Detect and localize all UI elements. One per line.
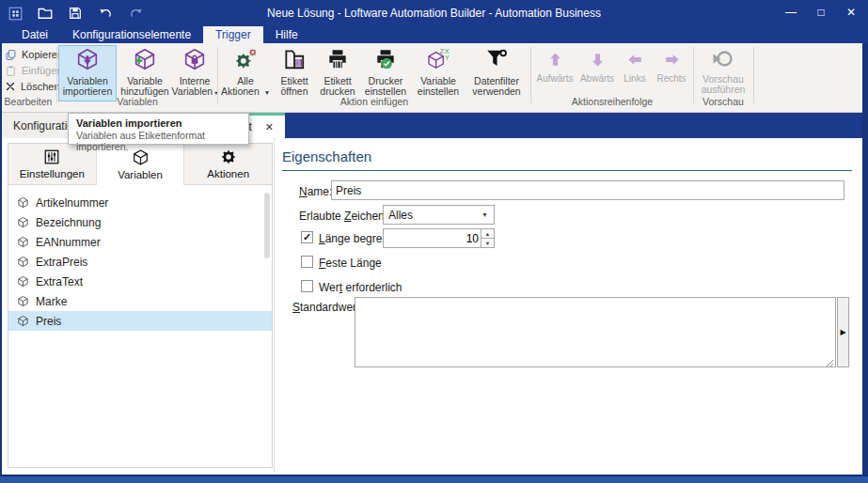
spin-down-icon[interactable]: ▼: [481, 239, 494, 247]
svg-text:Z: Z: [440, 48, 445, 55]
variablen-importieren-button[interactable]: Variablen importieren: [58, 45, 117, 101]
menu-datei[interactable]: Datei: [9, 26, 60, 43]
gears-icon: [233, 47, 259, 73]
variable-cube-icon: [17, 275, 29, 288]
rechts-button: Rechts: [653, 50, 690, 102]
open-folder-icon[interactable]: [36, 4, 55, 23]
list-scrollbar-thumb[interactable]: [264, 193, 270, 258]
kopieren-button[interactable]: Kopieren: [5, 47, 63, 62]
list-item[interactable]: Artikelnummer: [8, 193, 272, 212]
list-item[interactable]: Bezeichnung: [8, 212, 272, 232]
aufwaerts-button: Aufwärts: [534, 50, 576, 102]
laenge-input[interactable]: [384, 229, 481, 247]
abwaerts-button: Abwärts: [576, 50, 618, 102]
close-button[interactable]: ✕: [836, 0, 866, 24]
app-icon[interactable]: [6, 4, 24, 23]
etikett-oeffnen-button[interactable]: Etikett öffnen: [274, 46, 315, 99]
title-bar: Neue Lösung - Loftware Automation Builde…: [0, 0, 868, 26]
etikett-drucken-button[interactable]: Etikett drucken: [317, 46, 358, 99]
arrow-left-icon: [626, 51, 644, 70]
variable-import-icon: [75, 47, 100, 73]
svg-text:Y: Y: [445, 55, 450, 61]
list-item[interactable]: ExtraText: [8, 272, 272, 291]
variable-cube-icon: [17, 196, 29, 209]
group-label-variablen: Variablen: [58, 96, 216, 107]
sliders-icon: [43, 148, 60, 165]
expand-arrow-icon: ▶: [840, 328, 845, 336]
menu-hilfe[interactable]: Hilfe: [263, 26, 310, 43]
list-item[interactable]: EANnummer: [8, 232, 272, 252]
standardwert-textarea[interactable]: [355, 297, 836, 367]
spin-up-icon[interactable]: ▲: [481, 229, 494, 239]
variable-cube-icon: [17, 256, 29, 268]
maximize-button[interactable]: □: [806, 0, 836, 24]
app-window: Neue Lösung - Loftware Automation Builde…: [0, 0, 868, 483]
filter-funnel-icon: [484, 47, 509, 73]
variable-add-icon: [133, 47, 157, 73]
erlaubte-zeichen-label: Erlaubte Zeichen:: [299, 210, 387, 223]
printer-check-icon: [373, 47, 398, 73]
menu-trigger[interactable]: Trigger: [203, 26, 263, 43]
group-label-bearbeiten: Bearbeiten: [0, 96, 56, 107]
delete-x-icon: [5, 81, 16, 92]
status-bar: [0, 475, 868, 483]
list-item-selected[interactable]: Preis: [8, 311, 272, 331]
name-label: Name:: [299, 185, 332, 198]
datenfilter-button[interactable]: Datenfilter verwenden: [466, 46, 528, 99]
menu-konfigurationselemente[interactable]: Konfigurationselemente: [60, 26, 203, 43]
list-item[interactable]: Marke: [8, 291, 272, 311]
alle-aktionen-button[interactable]: Alle Aktionen ▼: [220, 46, 271, 99]
variable-cube-icon: [17, 236, 29, 248]
vorschau-ausfuehren-button: Vorschau ausführen: [697, 46, 750, 99]
undo-icon[interactable]: [96, 4, 115, 23]
variable-hinzufuegen-button[interactable]: Variable hinzufügen: [118, 46, 171, 99]
resize-grip-icon[interactable]: [826, 359, 834, 367]
standardwert-label: Standardwert:: [292, 301, 363, 314]
copy-icon: [5, 49, 17, 61]
erlaubte-zeichen-select[interactable]: Alles ▼: [383, 205, 495, 225]
standardwert-expand-button[interactable]: ▶: [837, 297, 849, 367]
window-border-left: [0, 43, 2, 483]
check-mark-icon: ✓: [303, 231, 311, 243]
combo-caret-icon: ▼: [481, 211, 488, 218]
einfuegen-button: Einfügen: [5, 63, 62, 78]
variable-cube-icon: [17, 295, 29, 307]
variable-einstellen-button[interactable]: ZXY Variable einstellen: [413, 46, 464, 99]
interne-variablen-button[interactable]: Interne Variablen▾: [173, 46, 216, 99]
tooltip-description: Variablen aus Etikettenformat importiere…: [76, 130, 241, 152]
name-input[interactable]: [331, 180, 844, 200]
minimize-button[interactable]: —: [776, 0, 806, 24]
variable-set-icon: ZXY: [426, 47, 450, 73]
arrow-right-icon: [663, 51, 681, 70]
dropdown-caret-icon: ▼: [264, 89, 270, 96]
arrow-down-icon: [589, 51, 607, 70]
wert-erforderlich-checkbox[interactable]: [301, 280, 313, 292]
arrow-up-icon: [546, 51, 564, 70]
group-label-aktion-einfuegen: Aktion einfügen: [220, 96, 529, 107]
drucker-einstellen-button[interactable]: Drucker einstellen: [360, 46, 411, 99]
preview-run-icon: [712, 47, 734, 71]
loeschen-button[interactable]: Löschen: [5, 79, 60, 94]
label-print-icon: [325, 47, 350, 73]
links-button: Links: [619, 50, 651, 102]
variable-cube-icon: [17, 315, 29, 327]
trigger-left-panel: Einstellungen Variablen Aktionen Artikel…: [8, 143, 273, 468]
list-item[interactable]: ExtraPreis: [8, 252, 272, 272]
variable-lock-icon: [182, 47, 207, 73]
tab-close-icon[interactable]: ✕: [265, 121, 274, 133]
variable-cube-icon: [17, 216, 29, 228]
tooltip-title: Variablen importieren: [76, 117, 241, 129]
label-open-icon: [282, 47, 307, 73]
save-icon[interactable]: [66, 4, 85, 23]
wert-erforderlich-label: Wert erforderlich: [319, 281, 402, 294]
group-label-vorschau: Vorschau: [697, 96, 750, 107]
group-label-aktionsreihenfolge: Aktionsreihenfolge: [534, 96, 690, 107]
panel-splitter[interactable]: [274, 138, 275, 473]
laenge-begrenzen-checkbox[interactable]: ✓: [301, 231, 313, 243]
feste-laenge-label: Feste Länge: [319, 257, 382, 270]
properties-header: Eigenschaften: [282, 148, 852, 171]
ribbon: Kopieren Einfügen Löschen Bearbeiten Var…: [0, 43, 868, 113]
window-border-right: [862, 43, 868, 483]
feste-laenge-checkbox[interactable]: [301, 256, 313, 268]
ribbon-tab-bar: Datei Konfigurationselemente Trigger Hil…: [0, 26, 868, 43]
